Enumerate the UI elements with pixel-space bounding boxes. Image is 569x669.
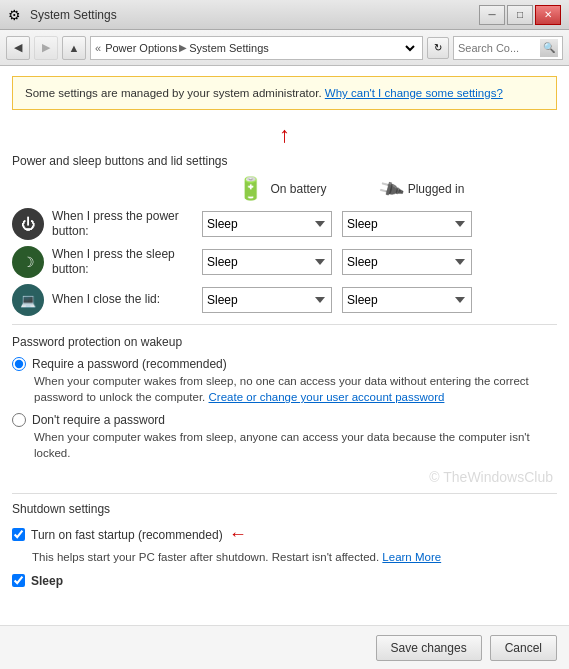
divider-1 <box>12 324 557 325</box>
fast-startup-checkbox[interactable] <box>12 528 25 541</box>
breadcrumb-item-power[interactable]: Power Options <box>105 42 177 54</box>
require-password-label[interactable]: Require a password (recommended) <box>12 357 557 371</box>
no-password-label[interactable]: Don't require a password <box>12 413 557 427</box>
no-password-text: Don't require a password <box>32 413 165 427</box>
power-button-row: ⏻ When I press the power button: Sleep D… <box>12 208 557 240</box>
sleep-button-row: ☽ When I press the sleep button: Sleep D… <box>12 246 557 278</box>
sleep-button-icon: ☽ <box>12 246 44 278</box>
sleep-button-text: When I press the sleep button: <box>52 247 175 277</box>
breadcrumb-arrow: ▶ <box>179 42 187 53</box>
require-password-radio[interactable] <box>12 357 26 371</box>
power-button-icon: ⏻ <box>12 208 44 240</box>
back-button[interactable]: ◀ <box>6 36 30 60</box>
info-link[interactable]: Why can't I change some settings? <box>325 87 503 99</box>
fast-startup-desc-text: This helps start your PC faster after sh… <box>32 551 379 563</box>
sleep-checkbox[interactable] <box>12 574 25 587</box>
left-arrow-icon: ← <box>229 524 247 545</box>
power-battery-dropdown[interactable]: Sleep Do nothing Hibernate Shut down <box>202 211 332 237</box>
content-area: Some settings are managed by your system… <box>0 66 569 625</box>
plugged-label: Plugged in <box>408 182 465 196</box>
battery-icon: 🔋 <box>237 176 264 202</box>
power-button-label: When I press the power button: <box>52 209 202 240</box>
sleep-label: Sleep <box>31 574 63 588</box>
no-password-desc-text: When your computer wakes from sleep, any… <box>34 431 530 459</box>
password-link[interactable]: Create or change your user account passw… <box>209 391 445 403</box>
nav-bar: ◀ ▶ ▲ « Power Options ▶ System Settings … <box>0 30 569 66</box>
title-bar-controls: ─ □ ✕ <box>479 5 561 25</box>
close-button[interactable]: ✕ <box>535 5 561 25</box>
no-password-radio[interactable] <box>12 413 26 427</box>
info-banner: Some settings are managed by your system… <box>12 76 557 110</box>
fast-startup-desc-row: This helps start your PC faster after sh… <box>32 549 557 565</box>
fast-startup-text: Turn on fast startup (recommended) <box>31 528 223 542</box>
up-arrow-icon: ↑ <box>279 122 290 147</box>
address-bar: « Power Options ▶ System Settings <box>90 36 423 60</box>
breadcrumb-separator: « <box>95 42 101 54</box>
title-bar: ⚙ System Settings ─ □ ✕ <box>0 0 569 30</box>
lid-svg: 💻 <box>20 293 36 308</box>
info-text: Some settings are managed by your system… <box>25 87 322 99</box>
search-input[interactable] <box>458 42 540 54</box>
password-section: Password protection on wakeup Require a … <box>12 335 557 461</box>
watermark: © TheWindowsClub <box>12 469 557 485</box>
window-title: System Settings <box>30 8 117 22</box>
sleep-checkbox-label[interactable]: Sleep <box>12 574 557 588</box>
up-button[interactable]: ▲ <box>62 36 86 60</box>
fast-startup-label[interactable]: Turn on fast startup (recommended) <box>12 528 223 542</box>
require-password-option: Require a password (recommended) When yo… <box>12 357 557 405</box>
shutdown-section: Shutdown settings Turn on fast startup (… <box>12 502 557 587</box>
no-password-option: Don't require a password When your compu… <box>12 413 557 461</box>
shutdown-section-header: Shutdown settings <box>12 502 557 516</box>
address-dropdown[interactable] <box>404 41 418 55</box>
plugged-header: 🔌 Plugged in <box>352 178 492 200</box>
refresh-button[interactable]: ↻ <box>427 37 449 59</box>
power-header-row: 🔋 On battery 🔌 Plugged in <box>212 176 557 202</box>
fast-startup-row: Turn on fast startup (recommended) ← <box>12 524 557 545</box>
minimize-button[interactable]: ─ <box>479 5 505 25</box>
breadcrumb: Power Options ▶ System Settings <box>105 42 400 54</box>
search-box: 🔍 <box>453 36 563 60</box>
power-icon: ⏻ <box>21 216 35 232</box>
search-button[interactable]: 🔍 <box>540 39 558 57</box>
sleep-icon: ☽ <box>22 254 35 270</box>
password-section-header: Password protection on wakeup <box>12 335 557 349</box>
save-button[interactable]: Save changes <box>376 635 482 661</box>
sleep-battery-dropdown[interactable]: Sleep Do nothing Hibernate Shut down <box>202 249 332 275</box>
cancel-button[interactable]: Cancel <box>490 635 557 661</box>
forward-button[interactable]: ▶ <box>34 36 58 60</box>
lid-plugged-dropdown[interactable]: Sleep Do nothing Hibernate Shut down <box>342 287 472 313</box>
main-content: Some settings are managed by your system… <box>0 66 569 669</box>
plugged-icon: 🔌 <box>376 174 406 204</box>
power-plugged-dropdown[interactable]: Sleep Do nothing Hibernate Shut down <box>342 211 472 237</box>
require-password-desc: When your computer wakes from sleep, no … <box>34 373 557 405</box>
title-bar-left: ⚙ System Settings <box>8 7 117 23</box>
lid-label: When I close the lid: <box>52 292 202 308</box>
maximize-button[interactable]: □ <box>507 5 533 25</box>
no-password-desc: When your computer wakes from sleep, any… <box>34 429 557 461</box>
require-password-text: Require a password (recommended) <box>32 357 227 371</box>
up-arrow-container: ↑ <box>12 122 557 148</box>
bottom-bar: Save changes Cancel <box>0 625 569 669</box>
battery-label: On battery <box>270 182 326 196</box>
sleep-button-label: When I press the sleep button: <box>52 247 202 278</box>
power-button-text: When I press the power button: <box>52 209 179 239</box>
lid-text: When I close the lid: <box>52 292 160 306</box>
divider-2 <box>12 493 557 494</box>
lid-icon: 💻 <box>12 284 44 316</box>
learn-more-link[interactable]: Learn More <box>382 551 441 563</box>
power-sleep-section-header: Power and sleep buttons and lid settings <box>12 154 557 168</box>
sleep-plugged-dropdown[interactable]: Sleep Do nothing Hibernate Shut down <box>342 249 472 275</box>
window-icon: ⚙ <box>8 7 24 23</box>
lid-row: 💻 When I close the lid: Sleep Do nothing… <box>12 284 557 316</box>
battery-header: 🔋 On battery <box>212 176 352 202</box>
lid-battery-dropdown[interactable]: Sleep Do nothing Hibernate Shut down <box>202 287 332 313</box>
breadcrumb-item-system: System Settings <box>189 42 268 54</box>
